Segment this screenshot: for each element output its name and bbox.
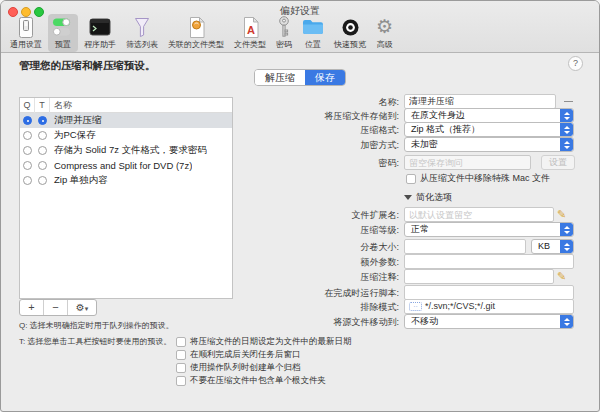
volume-size-input[interactable] — [404, 239, 526, 254]
name-input[interactable] — [404, 94, 556, 109]
toolbar-item-filter-list[interactable]: 筛选列表 — [122, 14, 162, 52]
gear-icon: ⚙ — [376, 16, 393, 38]
preferences-window: 偏好设置 通用设置 预置 程序助手 — [0, 0, 600, 412]
dropdown-stepper-icon — [560, 223, 573, 236]
option-single-archive-queue[interactable]: 使用操作队列时创建单个归档 — [176, 362, 301, 374]
encryption-label: 加密方式: — [257, 139, 399, 152]
strip-mac-files-option[interactable]: 从压缩文件中移除特殊 Mac 文件 — [406, 172, 550, 185]
titlebar-toolbar: 偏好设置 通用设置 预置 程序助手 — [1, 1, 599, 53]
toolbar-item-label: 程序助手 — [84, 39, 116, 50]
encryption-dropdown[interactable]: 未加密 — [404, 137, 574, 152]
toolbar-radio[interactable] — [38, 176, 47, 185]
toolbar-item-file-types[interactable]: A 文件类型 — [230, 14, 270, 52]
checkbox[interactable] — [176, 337, 186, 347]
checkbox[interactable] — [176, 376, 186, 386]
format-dropdown[interactable]: Zip 格式（推荐） — [404, 122, 574, 137]
destination-value: 在原文件身边 — [411, 110, 465, 120]
folder-icon — [302, 16, 324, 38]
move-source-label: 将源文件移动到: — [257, 316, 399, 329]
level-dropdown[interactable]: 正常 — [404, 222, 574, 237]
toolbar-item-label: 高级 — [377, 39, 393, 50]
toolbar-item-quicklook[interactable]: 快速预览 — [330, 14, 370, 52]
toolbar-item-associated-types[interactable]: 关联的文件类型 — [164, 14, 228, 52]
toolbar-item-label: 关联的文件类型 — [168, 39, 224, 50]
password-label: 密码: — [257, 157, 399, 170]
edit-pencil-icon[interactable]: ✎ — [557, 270, 566, 283]
toolbar-item-label: 文件类型 — [234, 39, 266, 50]
help-button[interactable]: ? — [568, 56, 583, 71]
checkbox[interactable] — [176, 350, 186, 360]
toolbar-item-general[interactable]: 通用设置 — [6, 14, 46, 52]
toolbar-item-passwords[interactable]: 密码 — [272, 14, 296, 52]
extension-label: 文件扩展名: — [257, 209, 399, 222]
section-label: 简化选项 — [416, 191, 452, 204]
toolbar-item-locations[interactable]: 位置 — [298, 14, 328, 52]
checkbox-label: 将压缩文件的日期设定为文件中的最新日期 — [190, 336, 352, 348]
format-value: Zip 格式（推荐） — [411, 124, 480, 134]
checkbox[interactable] — [176, 363, 186, 373]
option-set-archive-date[interactable]: 将压缩文件的日期设定为文件中的最新日期 — [176, 336, 352, 348]
toolbar-item-label: 预置 — [55, 39, 71, 50]
checkbox[interactable] — [406, 174, 416, 184]
toolbar-item-presets[interactable]: 预置 — [48, 14, 78, 52]
funnel-icon — [132, 16, 152, 38]
toggles-icon — [52, 16, 74, 38]
extra-args-input[interactable] — [404, 254, 574, 269]
volume-unit-value: KB — [538, 241, 550, 251]
edit-pencil-icon[interactable]: ✎ — [557, 208, 566, 221]
queue-radio[interactable] — [23, 176, 32, 185]
exclude-label: 排除模式: — [257, 301, 399, 314]
dropdown-stepper-icon — [560, 315, 573, 328]
level-value: 正常 — [411, 224, 429, 234]
checkbox-label: 在顺利完成后关闭任务后窗口 — [190, 349, 301, 361]
extra-args-label: 额外参数: — [257, 256, 399, 269]
toolbar-item-label: 密码 — [276, 39, 292, 50]
svg-text:A: A — [247, 24, 255, 36]
format-label: 压缩格式: — [257, 124, 399, 137]
encryption-value: 未加密 — [411, 139, 438, 149]
destination-dropdown[interactable]: 在原文件身边 — [404, 108, 574, 123]
terminal-icon — [89, 16, 111, 38]
page-description: 管理您的压缩和解压缩预设。 — [19, 59, 156, 73]
token-icon: ·· — [409, 302, 422, 311]
dropdown-stepper-icon — [560, 240, 573, 253]
option-close-task-window[interactable]: 在顺利完成后关闭任务后窗口 — [176, 349, 301, 361]
move-source-dropdown[interactable]: 不移动 — [404, 314, 574, 329]
legend-t: T: 选择您单击工具栏按钮时要使用的预设。 — [19, 336, 171, 347]
set-password-button[interactable]: 设置 — [541, 155, 575, 170]
key-icon — [278, 16, 290, 38]
exclude-patterns-input[interactable]: ·· */.svn;*/CVS;*/.git — [404, 299, 574, 314]
document-badge-icon — [188, 16, 205, 38]
switch-icon — [17, 16, 35, 38]
checkbox-label: 从压缩文件中移除特殊 Mac 文件 — [420, 172, 550, 185]
toolbar-item-label: 筛选列表 — [126, 39, 158, 50]
toolbar-item-helper[interactable]: 程序助手 — [80, 14, 120, 52]
move-source-value: 不移动 — [411, 316, 438, 326]
comment-input[interactable] — [404, 269, 554, 284]
extension-input[interactable] — [404, 207, 554, 222]
toolbar-item-label: 位置 — [305, 39, 321, 50]
list-item[interactable]: Zip 单独内容 — [20, 173, 232, 188]
comment-label: 压缩注释: — [257, 271, 399, 284]
tab-extract[interactable]: 解压缩 — [255, 70, 305, 85]
disclosure-triangle-icon[interactable] — [404, 195, 412, 200]
option-no-single-root-folder[interactable]: 不要在压缩文件中包含单个根文件夹 — [176, 375, 326, 387]
toolbar-item-label: 快速预览 — [334, 39, 366, 50]
password-input[interactable] — [404, 155, 531, 170]
toolbar: 通用设置 预置 程序助手 筛选列表 — [6, 14, 397, 52]
preset-name: Zip 单独内容 — [50, 174, 108, 187]
checkbox-label: 不要在压缩文件中包含单个根文件夹 — [190, 375, 326, 387]
mode-tabs: 解压缩 保存 — [254, 69, 346, 86]
volume-size-label: 分卷大小: — [257, 241, 399, 254]
toolbar-item-advanced[interactable]: ⚙ 高级 — [372, 14, 397, 52]
simple-options-section[interactable]: 简化选项 — [404, 191, 452, 204]
dropdown-stepper-icon — [560, 123, 573, 136]
volume-unit-dropdown[interactable]: KB — [531, 239, 574, 254]
toolbar-item-label: 通用设置 — [10, 39, 42, 50]
dropdown-stepper-icon — [560, 109, 573, 122]
tab-save[interactable]: 保存 — [305, 70, 345, 85]
exclude-value: */.svn;*/CVS;*/.git — [425, 300, 495, 313]
post-script-input[interactable] — [404, 285, 574, 300]
checkbox-label: 使用操作队列时创建单个归档 — [190, 362, 301, 374]
document-a-icon: A — [242, 16, 259, 38]
